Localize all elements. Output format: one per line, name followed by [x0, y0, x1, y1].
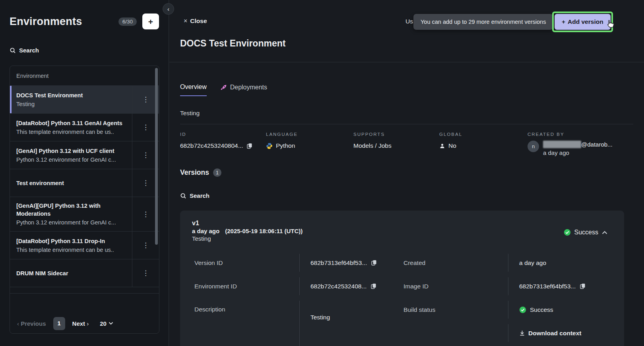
kebab-icon: ⋮: [142, 151, 149, 159]
id-value: 682b72c4253240804...: [180, 142, 243, 149]
tab-deployments-label: Deployments: [230, 84, 267, 91]
created-by-suffix: @datarob...: [581, 141, 613, 148]
row-menu-button[interactable]: ⋮: [142, 211, 149, 218]
sidebar-search-input[interactable]: Search: [0, 47, 169, 54]
field-label: Created: [400, 251, 508, 274]
copy-id-button[interactable]: [246, 143, 252, 149]
versions-search-input[interactable]: Search: [180, 192, 209, 199]
versions-count-badge: 1: [213, 168, 221, 177]
copy-icon: [370, 283, 376, 289]
environment-description: This template environment can be us..: [16, 246, 128, 254]
avatar: n: [528, 141, 539, 152]
versions-search-label: Search: [190, 192, 209, 199]
copy-version-id-button[interactable]: [371, 260, 377, 266]
environment-row-gpu-moderations[interactable]: [GenAI][GPU] Python 3.12 with Moderation…: [10, 197, 159, 232]
environment-description: Python 3.12 environment for GenAI c...: [16, 156, 128, 164]
created-by-time: a day ago: [543, 149, 613, 156]
environment-name: DOCS Test Environment: [16, 91, 128, 99]
version-card: v1 a day ago (2025-05-19 18:06:11 (UTC))…: [180, 211, 624, 346]
field-label: Image ID: [400, 274, 508, 298]
close-detail-button[interactable]: × Close: [184, 17, 207, 25]
previous-label: Previous: [21, 320, 46, 327]
sidebar-title: Environments: [10, 15, 82, 28]
page-size-dropdown[interactable]: 20: [100, 320, 113, 327]
add-version-label: Add version: [568, 18, 603, 25]
environment-row-drum-nim-sidecar[interactable]: DRUM NIM Sidecar ⋮: [10, 259, 159, 287]
field-label: Environment ID: [192, 274, 299, 298]
field-row-version-id: Version ID 682b7313ef64bf53...: [192, 251, 400, 274]
field-label: Build status: [400, 298, 508, 321]
environment-row-genai-agents[interactable]: [DataRobot] Python 3.11 GenAI Agents Thi…: [10, 114, 159, 141]
version-created-absolute: (2025-05-19 18:06:11 (UTC)): [225, 227, 303, 235]
download-icon: [519, 330, 525, 336]
chevron-left-icon: ‹: [17, 320, 19, 327]
version-created-relative: a day ago: [192, 227, 219, 235]
environment-meta: ID 682b72c4253240804... LANGUAGE Python …: [180, 132, 633, 156]
previous-page-button[interactable]: ‹ Previous: [17, 320, 46, 327]
version-status-toggle[interactable]: Success: [564, 229, 607, 236]
table-header-row: Environment: [10, 66, 159, 86]
field-row-description: Description Testing: [192, 298, 400, 346]
rocket-icon: [220, 84, 227, 91]
field-label: Description: [192, 298, 299, 346]
subtitle-divider: [180, 124, 633, 124]
tab-overview[interactable]: Overview: [180, 83, 207, 96]
row-menu-button[interactable]: ⋮: [142, 96, 149, 103]
row-menu-button[interactable]: ⋮: [142, 180, 149, 186]
add-version-tooltip: You can add up to 29 more environment ve…: [413, 14, 553, 30]
page-number-button[interactable]: 1: [53, 317, 65, 330]
environment-row-docs-test[interactable]: DOCS Test Environment Testing ⋮: [10, 86, 159, 114]
field-label-empty: [400, 321, 508, 345]
environment-description: Python 3.12 environment for GenAI c...: [16, 218, 128, 226]
field-value: a day ago: [519, 259, 546, 267]
collapse-sidebar-button[interactable]: ‹: [163, 3, 174, 15]
close-icon: ×: [184, 17, 187, 25]
environment-name: Test environment: [16, 179, 128, 187]
download-context-button[interactable]: Download context: [519, 330, 581, 337]
add-version-button[interactable]: + Add version: [555, 14, 611, 30]
copy-image-id-button[interactable]: [580, 283, 586, 289]
plus-icon: +: [562, 18, 565, 25]
environment-row-ucf-client[interactable]: [GenAI] Python 3.12 with UCF client Pyth…: [10, 141, 159, 169]
environment-name: [GenAI][GPU] Python 3.12 with Moderation…: [16, 202, 128, 218]
version-description: Testing: [192, 235, 612, 242]
field-value: 682b72c42532408...: [310, 283, 367, 290]
add-environment-button[interactable]: +: [142, 14, 159, 29]
row-menu-button[interactable]: ⋮: [142, 242, 149, 249]
header-divider: [169, 62, 644, 62]
environment-title: DOCS Test Environment: [180, 38, 285, 49]
global-label: GLOBAL: [439, 132, 528, 137]
field-value: Testing: [310, 314, 330, 321]
kebab-icon: ⋮: [142, 269, 149, 277]
copy-environment-id-button[interactable]: [370, 283, 376, 289]
tab-deployments[interactable]: Deployments: [220, 83, 267, 96]
environment-row-drop-in[interactable]: [DataRobot] Python 3.11 Drop-In This tem…: [10, 232, 159, 259]
field-row-image-id: Image ID 682b7313ef64bf53...: [400, 274, 612, 298]
row-menu-button[interactable]: ⋮: [142, 124, 149, 131]
chevron-left-icon: ‹: [167, 6, 169, 12]
python-icon: [266, 143, 273, 149]
person-icon: [439, 143, 445, 149]
id-label: ID: [180, 132, 266, 137]
cursor-pointer-icon: [605, 19, 615, 29]
table-scrollbar[interactable]: [155, 68, 158, 245]
field-row-build-status: Build status Success: [400, 298, 612, 321]
row-menu-button[interactable]: ⋮: [142, 152, 149, 159]
next-page-button[interactable]: Next ›: [72, 320, 89, 327]
version-name: v1: [192, 219, 612, 227]
chevron-up-icon: [602, 231, 607, 234]
supports-value: Models / Jobs: [353, 142, 392, 149]
field-row-created: Created a day ago: [400, 251, 612, 274]
download-label: Download context: [528, 330, 581, 337]
search-icon: [10, 47, 16, 54]
copy-icon: [580, 283, 586, 289]
kebab-icon: ⋮: [142, 242, 149, 249]
plus-icon: +: [148, 17, 153, 26]
status-label: Success: [574, 229, 598, 236]
environment-row-test-environment[interactable]: Test environment ⋮: [10, 169, 159, 197]
sidebar-search-label: Search: [19, 47, 39, 54]
copy-icon: [371, 260, 377, 266]
created-by-label: CREATED BY: [528, 132, 633, 137]
environment-detail-panel: × Close Us You can add up to 29 more env…: [169, 0, 644, 346]
row-menu-button[interactable]: ⋮: [142, 270, 149, 276]
